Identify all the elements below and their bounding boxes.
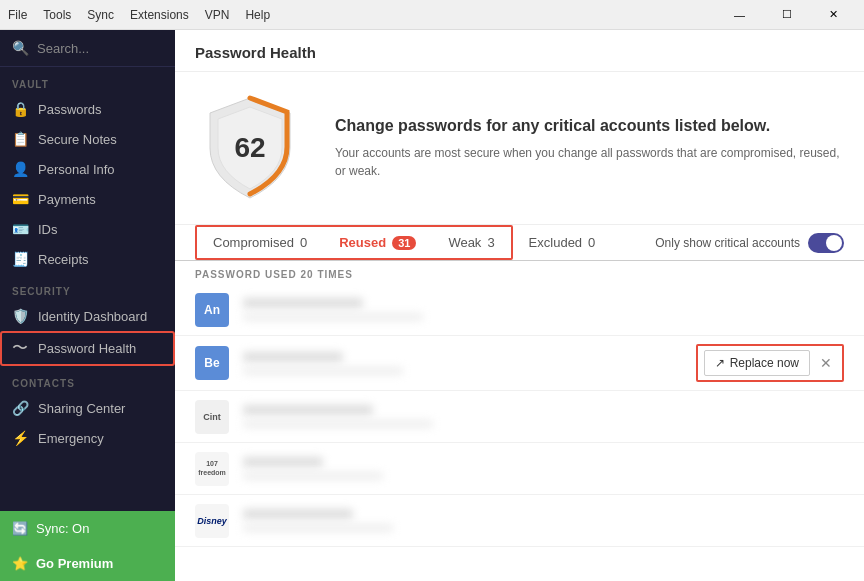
main-header: Password Health xyxy=(175,30,864,72)
tab-weak-count: 3 xyxy=(487,235,494,250)
search-bar[interactable]: 🔍 xyxy=(0,30,175,67)
id-icon: 🪪 xyxy=(12,221,28,237)
search-input[interactable] xyxy=(37,41,163,56)
contacts-section-label: CONTACTS xyxy=(0,366,175,393)
sidebar-item-identity-dashboard[interactable]: 🛡️ Identity Dashboard xyxy=(0,301,175,331)
tabs-group: Compromised 0 Reused 31 Weak 3 xyxy=(195,225,513,260)
menu-bar: File Tools Sync Extensions VPN Help xyxy=(8,8,270,22)
tab-reused-label: Reused xyxy=(339,235,386,250)
row-info xyxy=(243,405,844,428)
sync-label: Sync: On xyxy=(36,521,89,536)
search-icon: 🔍 xyxy=(12,40,29,56)
sync-button[interactable]: 🔄 Sync: On xyxy=(0,511,175,546)
tab-excluded-label: Excluded xyxy=(529,235,582,250)
row-info xyxy=(243,298,844,321)
row-detail xyxy=(243,313,423,321)
row-detail xyxy=(243,524,393,532)
freedom-logo: 107freedom xyxy=(195,452,229,486)
shield-container: 62 xyxy=(195,88,305,208)
sidebar-label-identity-dashboard: Identity Dashboard xyxy=(38,309,147,324)
row-detail xyxy=(243,420,433,428)
tab-weak-label: Weak xyxy=(448,235,481,250)
sidebar-label-payments: Payments xyxy=(38,192,96,207)
critical-accounts-toggle[interactable] xyxy=(808,233,844,253)
tabs-right: Only show critical accounts xyxy=(635,233,844,253)
sidebar-label-personal-info: Personal Info xyxy=(38,162,115,177)
row-info xyxy=(243,352,682,375)
window-controls: — ☐ ✕ xyxy=(717,0,856,30)
premium-button[interactable]: ⭐ Go Premium xyxy=(0,546,175,581)
tab-weak[interactable]: Weak 3 xyxy=(432,227,510,258)
sidebar-item-secure-notes[interactable]: 📋 Secure Notes xyxy=(0,124,175,154)
star-icon: ⭐ xyxy=(12,556,28,571)
menu-sync[interactable]: Sync xyxy=(87,8,114,22)
card-icon: 💳 xyxy=(12,191,28,207)
sidebar-label-receipts: Receipts xyxy=(38,252,89,267)
sidebar-item-receipts[interactable]: 🧾 Receipts xyxy=(0,244,175,274)
health-score: 62 xyxy=(234,132,265,164)
maximize-button[interactable]: ☐ xyxy=(764,0,809,30)
description-heading: Change passwords for any critical accoun… xyxy=(335,116,844,137)
minimize-button[interactable]: — xyxy=(717,0,762,30)
row-name xyxy=(243,298,363,308)
avatar: An xyxy=(195,293,229,327)
sidebar-item-passwords[interactable]: 🔒 Passwords xyxy=(0,94,175,124)
row-name xyxy=(243,509,353,519)
only-show-label: Only show critical accounts xyxy=(655,236,800,250)
description-text: Your accounts are most secure when you c… xyxy=(335,144,844,180)
person-icon: 👤 xyxy=(12,161,28,177)
shield-icon: 🛡️ xyxy=(12,308,28,324)
sidebar-label-password-health: Password Health xyxy=(38,341,136,356)
password-row: An xyxy=(175,284,864,336)
tab-reused-badge: 31 xyxy=(392,236,416,250)
titlebar: File Tools Sync Extensions VPN Help — ☐ … xyxy=(0,0,864,30)
sidebar-item-personal-info[interactable]: 👤 Personal Info xyxy=(0,154,175,184)
password-row: Cint xyxy=(175,391,864,443)
external-link-icon: ↗ xyxy=(715,356,725,370)
menu-extensions[interactable]: Extensions xyxy=(130,8,189,22)
close-replace-button[interactable]: ✕ xyxy=(816,353,836,373)
section-header: PASSWORD USED 20 TIMES xyxy=(175,261,864,284)
sidebar-item-emergency[interactable]: ⚡ Emergency xyxy=(0,423,175,453)
sidebar-label-passwords: Passwords xyxy=(38,102,102,117)
score-section: 62 Change passwords for any critical acc… xyxy=(175,72,864,225)
share-icon: 🔗 xyxy=(12,400,28,416)
sidebar-item-sharing-center[interactable]: 🔗 Sharing Center xyxy=(0,393,175,423)
sidebar-item-password-health[interactable]: 〜 Password Health xyxy=(0,331,175,366)
premium-label: Go Premium xyxy=(36,556,113,571)
menu-vpn[interactable]: VPN xyxy=(205,8,230,22)
sidebar-label-ids: IDs xyxy=(38,222,58,237)
tab-compromised[interactable]: Compromised 0 xyxy=(197,227,323,258)
disney-logo: Disney xyxy=(195,504,229,538)
sync-icon: 🔄 xyxy=(12,521,28,536)
tabs-bar: Compromised 0 Reused 31 Weak 3 Excluded … xyxy=(175,225,864,261)
row-detail xyxy=(243,367,403,375)
row-info xyxy=(243,509,844,532)
menu-tools[interactable]: Tools xyxy=(43,8,71,22)
row-name xyxy=(243,457,323,467)
app-container: 🔍 VAULT 🔒 Passwords 📋 Secure Notes 👤 Per… xyxy=(0,30,864,581)
menu-help[interactable]: Help xyxy=(245,8,270,22)
tab-compromised-label: Compromised xyxy=(213,235,294,250)
menu-file[interactable]: File xyxy=(8,8,27,22)
page-title: Password Health xyxy=(195,44,316,61)
row-detail xyxy=(243,472,383,480)
sidebar-item-payments[interactable]: 💳 Payments xyxy=(0,184,175,214)
replace-button-wrap: ↗ Replace now ✕ xyxy=(696,344,844,382)
note-icon: 📋 xyxy=(12,131,28,147)
replace-now-button[interactable]: ↗ Replace now xyxy=(704,350,810,376)
sidebar-item-ids[interactable]: 🪪 IDs xyxy=(0,214,175,244)
pulse-icon: 〜 xyxy=(12,338,28,359)
row-info xyxy=(243,457,844,480)
sidebar-label-secure-notes: Secure Notes xyxy=(38,132,117,147)
score-description: Change passwords for any critical accoun… xyxy=(335,116,844,181)
tab-excluded[interactable]: Excluded 0 xyxy=(513,227,612,258)
sidebar-label-sharing-center: Sharing Center xyxy=(38,401,125,416)
vault-section-label: VAULT xyxy=(0,67,175,94)
close-button[interactable]: ✕ xyxy=(811,0,856,30)
tab-reused[interactable]: Reused 31 xyxy=(323,227,432,258)
tab-compromised-count: 0 xyxy=(300,235,307,250)
password-row: Disney xyxy=(175,495,864,547)
password-row: Be ↗ Replace now ✕ xyxy=(175,336,864,391)
row-name xyxy=(243,405,373,415)
